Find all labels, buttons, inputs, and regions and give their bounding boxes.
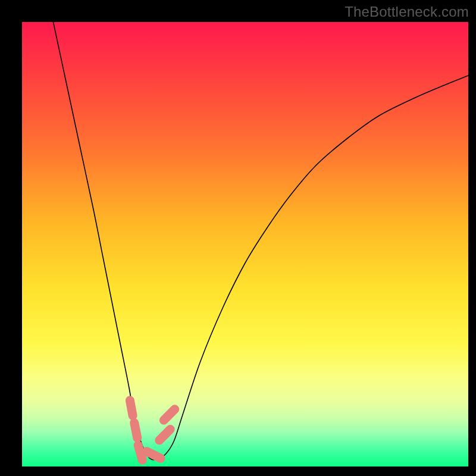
chart-frame: TheBottleneck.com [0, 0, 476, 476]
curve-marker [147, 452, 161, 459]
plot-bottom-border [22, 466, 468, 468]
bottleneck-curve [54, 22, 469, 460]
plot-area [22, 22, 468, 468]
curve-marker [159, 430, 170, 440]
watermark-text: TheBottleneck.com [345, 4, 469, 20]
chart-svg [22, 22, 468, 468]
curve-marker [130, 400, 133, 416]
curve-marker [138, 445, 142, 460]
curve-marker [134, 423, 137, 439]
curve-marker [164, 409, 174, 420]
